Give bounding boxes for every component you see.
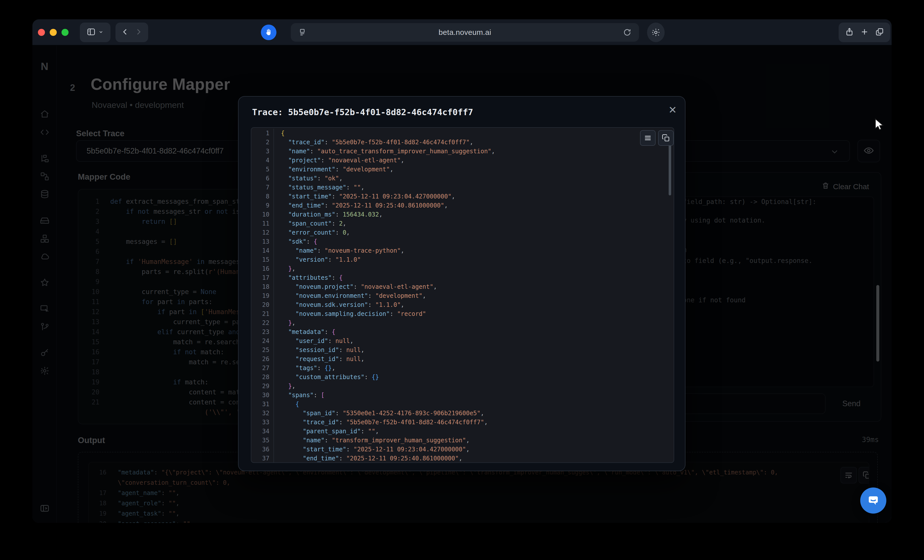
code-line: 13 "sdk": { — [251, 237, 674, 246]
code-line: 17"agent_name": "", — [89, 488, 869, 498]
code-line: 37 "end_time": "2025-12-11 09:25:40.8610… — [251, 454, 674, 463]
wrap-text-button[interactable] — [840, 467, 857, 484]
code-line: 27 "tags": {}, — [251, 364, 674, 373]
menu-button[interactable] — [640, 130, 656, 146]
code-line: 10 "duration_ms": 156434.032, — [251, 210, 674, 219]
code-line: 9 "end_time": "2025-12-11 09:25:40.86100… — [251, 201, 674, 210]
code-line: 24 "user_id": null, — [251, 337, 674, 346]
traffic-zoom-button[interactable] — [62, 29, 69, 36]
sidebar-item-settings-icon[interactable] — [32, 366, 57, 376]
mouse-cursor — [873, 118, 887, 133]
sidebar-item-hierarchy-icon[interactable] — [32, 154, 57, 163]
code-line: 33 "trace_id": "5b5e0b7e-f52b-4f01-8d82-… — [251, 418, 674, 427]
sidebar-item-database-icon[interactable] — [32, 189, 57, 199]
view-trace-button[interactable] — [858, 140, 880, 162]
eye-icon — [863, 145, 874, 157]
traffic-minimize-button[interactable] — [50, 29, 57, 36]
clear-chat-button[interactable]: Clear Chat — [822, 182, 869, 192]
code-line: 30 "spans": [ — [251, 391, 674, 400]
sidebar-item-packages-icon[interactable] — [32, 234, 57, 244]
output-label: Output — [78, 436, 105, 445]
code-line: 18"agent_role": "", — [89, 498, 869, 509]
chevron-down-icon — [98, 29, 104, 36]
app-sidebar: N — [32, 45, 57, 523]
trash-icon — [822, 182, 830, 192]
trace-select-value: 5b5e0b7e-f52b-4f01-8d82-46c474cf0ff7 — [87, 141, 224, 161]
page-title: Configure Mapper — [91, 75, 230, 94]
chat-code-fragment: y using dot notation. — [683, 217, 765, 224]
browser-window: beta.noveum.ai N — [32, 19, 892, 523]
code-line: 17 "attributes": { — [251, 273, 674, 282]
code-line: 31 { — [251, 400, 674, 409]
share-icon[interactable] — [845, 27, 854, 37]
mapper-code-label: Mapper Code — [78, 172, 130, 182]
panel-collapse-icon[interactable] — [32, 503, 57, 514]
trace-json-viewer[interactable]: 1{2 "trace_id": "5b5e0b7e-f52b-4f01-8d82… — [251, 127, 674, 463]
code-line: 2 "trace_id": "5b5e0b7e-f52b-4f01-8d82-4… — [251, 138, 674, 147]
sidebar-item-cloud-icon[interactable] — [32, 252, 57, 261]
code-line: 19"agent_task": "", — [89, 509, 869, 519]
code-line: 4 "project": "novaeval-etl-agent", — [251, 156, 674, 165]
close-icon[interactable]: ✕ — [668, 104, 677, 116]
chat-code-fragment: field_path: str) -> Optional[str]: — [683, 198, 816, 205]
code-line: 1{ — [251, 129, 674, 138]
code-line: 34 "parent_span_id": "", — [251, 427, 674, 436]
code-line: 11 "span_count": 2, — [251, 219, 674, 228]
sidebar-item-star-icon[interactable] — [32, 278, 57, 287]
url-text: beta.noveum.ai — [291, 23, 639, 42]
sidebar-item-home-icon[interactable] — [32, 109, 57, 119]
browser-toolbar: beta.noveum.ai — [32, 19, 892, 45]
copy-json-button[interactable] — [658, 130, 674, 146]
step-number: 2 — [70, 82, 75, 93]
back-button[interactable] — [121, 28, 129, 37]
latency-badge: 39ms — [824, 436, 879, 444]
code-line: 28 "custom_attributes": {} — [251, 373, 674, 382]
panel-left-icon — [86, 27, 96, 37]
code-line: 20"agent_response": "", — [89, 519, 869, 523]
code-line: 16 }, — [251, 264, 674, 273]
noveum-logo: N — [32, 60, 57, 72]
url-bar[interactable]: beta.noveum.ai — [291, 23, 639, 42]
traffic-close-button[interactable] — [38, 29, 45, 36]
trace-modal: Trace: 5b5e0b7e-f52b-4f01-8d82-46c474cf0… — [238, 96, 686, 471]
code-line: 20 "noveum.sdk.version": "1.1.0", — [251, 300, 674, 309]
site-favicon-hand-icon — [261, 25, 276, 40]
code-line: 18 "noveum.project": "novaeval-etl-agent… — [251, 282, 674, 291]
code-line: 8 "start_time": "2025-12-11 09:23:04.427… — [251, 192, 674, 201]
code-line: 21 "noveum.sampling.decision": "record" — [251, 309, 674, 318]
tabs-overview-icon[interactable] — [875, 27, 884, 37]
sidebar-item-code-icon[interactable] — [32, 127, 57, 137]
code-line: 14 "name": "noveum-trace-python", — [251, 246, 674, 255]
code-line: 3 "name": "auto_trace_transform_improver… — [251, 147, 674, 156]
code-line: 15 "version": "1.1.0" — [251, 255, 674, 264]
sidebar-item-key-icon[interactable] — [32, 348, 57, 358]
sidebar-item-screen-share-icon[interactable] — [32, 304, 57, 314]
sidebar-item-workflow-icon[interactable] — [32, 172, 57, 181]
select-trace-label: Select Trace — [76, 129, 124, 138]
code-line: 23 "metadata": { — [251, 328, 674, 337]
modal-title: Trace: 5b5e0b7e-f52b-4f01-8d82-46c474cf0… — [252, 107, 473, 117]
code-line: 29 }, — [251, 382, 674, 391]
nav-buttons — [116, 22, 148, 42]
code-line: 12 "error_count": 0, — [251, 228, 674, 237]
code-line: 5 "environment": "development", — [251, 165, 674, 174]
reload-icon[interactable] — [623, 28, 632, 37]
chat-scrollbar[interactable] — [876, 285, 879, 362]
page-subtitle: Novaeval • development — [92, 100, 184, 110]
chat-code-fragment: to field (e.g., "output.response. — [683, 257, 813, 265]
chat-widget-button[interactable] — [860, 488, 886, 514]
code-line: 19 "noveum.environment": "development", — [251, 291, 674, 300]
sidebar-item-git-branch-icon[interactable] — [32, 322, 57, 331]
clear-chat-label: Clear Chat — [833, 183, 869, 191]
send-button[interactable]: Send — [836, 395, 867, 412]
chevron-down-icon — [830, 147, 839, 157]
code-line: 36 "start_time": "2025-12-11 09:23:04.42… — [251, 445, 674, 454]
code-line: \"conversation_turn_count\": 0, — [89, 478, 869, 488]
copy-output-button[interactable] — [858, 467, 869, 484]
browser-settings-button[interactable] — [647, 22, 664, 42]
forward-button[interactable] — [134, 28, 142, 37]
sidebar-toggle-button[interactable] — [80, 22, 111, 42]
new-tab-icon[interactable] — [860, 27, 869, 37]
sidebar-item-server-icon[interactable] — [32, 216, 57, 225]
chat-code-fragment: one if not found — [683, 296, 746, 304]
